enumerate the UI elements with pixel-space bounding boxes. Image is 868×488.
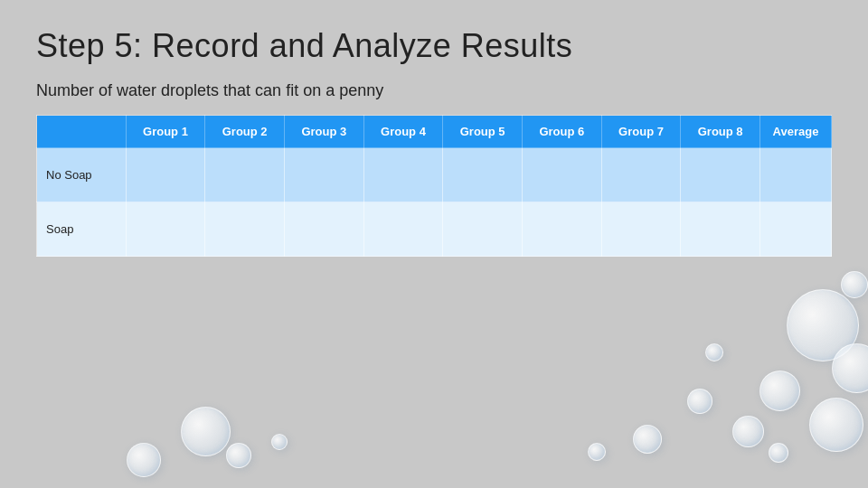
table-row: No Soap [37,148,832,202]
droplet [832,343,868,393]
table-header-row: Group 1 Group 2 Group 3 Group 4 Group 5 … [37,116,832,148]
cell-g6 [523,148,602,202]
cell-avg [760,202,832,257]
row-label: Soap [37,202,127,257]
subtitle: Number of water droplets that can fit on… [36,81,832,100]
droplet [705,343,723,361]
cell-g7 [601,202,681,257]
col-header-group8: Group 8 [681,116,760,148]
droplet [841,271,868,298]
cell-g5 [443,202,523,257]
droplet [127,443,161,477]
col-header-average: Average [760,116,832,148]
cell-g5 [443,148,523,202]
col-header-group6: Group 6 [523,116,602,148]
page-title: Step 5: Record and Analyze Results [36,27,832,65]
cell-g3 [284,148,363,202]
col-header-group5: Group 5 [443,116,523,148]
cell-g3 [284,202,363,257]
droplet [588,443,606,461]
droplet [181,407,231,456]
droplet [687,389,712,414]
cell-g2 [205,202,285,257]
cell-g2 [205,148,285,202]
col-header-label [37,116,127,148]
cell-g1 [126,202,205,257]
main-content: Step 5: Record and Analyze Results Numbe… [0,0,868,275]
cell-g7 [601,148,681,202]
cell-g6 [523,202,602,257]
table-row: Soap [37,202,832,257]
col-header-group4: Group 4 [363,116,443,148]
droplet [732,416,764,447]
col-header-group7: Group 7 [601,116,681,148]
droplet [633,425,662,454]
cell-g1 [126,148,205,202]
col-header-group2: Group 2 [205,116,285,148]
cell-avg [760,148,832,202]
cell-g8 [681,202,760,257]
col-header-group1: Group 1 [126,116,205,148]
cell-g8 [681,148,760,202]
droplet [271,434,288,450]
cell-g4 [363,148,443,202]
col-header-group3: Group 3 [284,116,363,148]
droplet [760,371,800,411]
data-table: Group 1 Group 2 Group 3 Group 4 Group 5 … [36,115,832,257]
droplet [809,398,863,452]
cell-g4 [363,202,443,257]
droplet [769,443,788,463]
droplet [226,443,251,468]
droplet [787,289,859,361]
row-label: No Soap [37,148,127,202]
